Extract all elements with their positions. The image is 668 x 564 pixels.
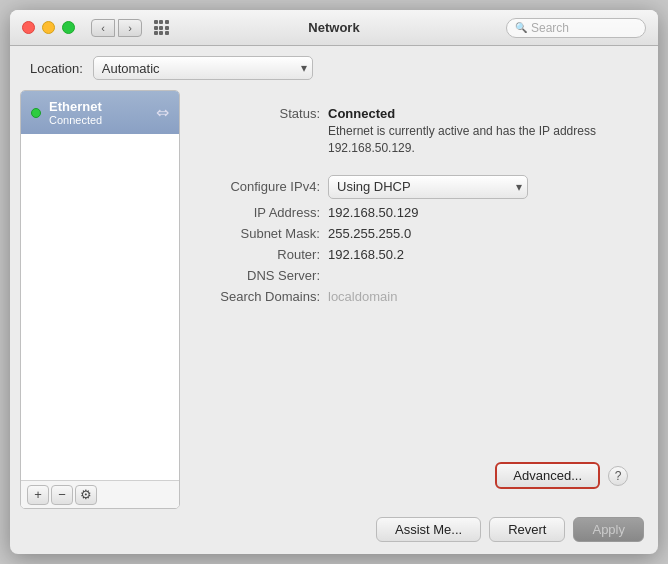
dns-label: DNS Server: [200, 268, 320, 283]
configure-select[interactable]: Using DHCP Manually Using BOOTP [328, 175, 528, 199]
sidebar-item-status: Connected [49, 114, 102, 126]
remove-network-button[interactable]: − [51, 485, 73, 505]
ip-address-row: IP Address: 192.168.50.129 [200, 205, 628, 220]
ip-label: IP Address: [200, 205, 320, 220]
arrows-icon: ⇔ [156, 103, 169, 122]
subnet-value: 255.255.255.0 [328, 226, 628, 241]
location-bar: Location: Automatic Edit Locations... ▾ [10, 46, 658, 90]
configure-ipv4-row: Configure IPv4: Using DHCP Manually Usin… [200, 175, 628, 199]
router-value: 192.168.50.2 [328, 247, 628, 262]
router-label: Router: [200, 247, 320, 262]
sidebar-item-name: Ethernet [49, 99, 102, 114]
dns-row: DNS Server: [200, 268, 628, 283]
configure-select-wrap: Using DHCP Manually Using BOOTP ▾ [328, 175, 528, 199]
add-network-button[interactable]: + [27, 485, 49, 505]
location-label: Location: [30, 61, 83, 76]
configure-label: Configure IPv4: [200, 179, 320, 194]
sidebar-item-ethernet[interactable]: Ethernet Connected ⇔ [21, 91, 179, 134]
nav-buttons: ‹ › [91, 19, 142, 37]
revert-button[interactable]: Revert [489, 517, 565, 542]
forward-button[interactable]: › [118, 19, 142, 37]
main-window: ‹ › Network 🔍 Search Location: Automatic… [10, 10, 658, 554]
ip-value: 192.168.50.129 [328, 205, 628, 220]
maximize-button[interactable] [62, 21, 75, 34]
grid-icon [154, 20, 169, 35]
titlebar: ‹ › Network 🔍 Search [10, 10, 658, 46]
subnet-label: Subnet Mask: [200, 226, 320, 241]
location-select[interactable]: Automatic Edit Locations... [93, 56, 313, 80]
close-button[interactable] [22, 21, 35, 34]
grid-button[interactable] [150, 19, 172, 37]
status-label: Status: [200, 106, 320, 157]
sidebar-item-info: Ethernet Connected [49, 99, 102, 126]
window-title: Network [308, 20, 359, 35]
back-button[interactable]: ‹ [91, 19, 115, 37]
location-select-wrap: Automatic Edit Locations... ▾ [93, 56, 313, 80]
detail-panel: Status: Connected Ethernet is currently … [180, 90, 648, 509]
sidebar: Ethernet Connected ⇔ + − ⚙ [20, 90, 180, 509]
apply-button[interactable]: Apply [573, 517, 644, 542]
advanced-button[interactable]: Advanced... [495, 462, 600, 489]
bottom-bar: Assist Me... Revert Apply [10, 509, 658, 554]
assist-me-button[interactable]: Assist Me... [376, 517, 481, 542]
advanced-row: Advanced... ? [200, 462, 628, 489]
status-row: Status: Connected Ethernet is currently … [200, 106, 628, 157]
search-icon: 🔍 [515, 22, 527, 33]
main-body: Ethernet Connected ⇔ + − ⚙ Status: [10, 90, 658, 509]
search-domains-row: Search Domains: localdomain [200, 289, 628, 304]
search-domains-value: localdomain [328, 289, 628, 304]
status-value: Connected [328, 106, 395, 121]
search-domains-label: Search Domains: [200, 289, 320, 304]
gear-button[interactable]: ⚙ [75, 485, 97, 505]
router-row: Router: 192.168.50.2 [200, 247, 628, 262]
search-box[interactable]: 🔍 Search [506, 18, 646, 38]
status-description: Ethernet is currently active and has the… [328, 123, 628, 157]
subnet-mask-row: Subnet Mask: 255.255.255.0 [200, 226, 628, 241]
search-placeholder: Search [531, 21, 569, 35]
status-value-block: Connected Ethernet is currently active a… [328, 106, 628, 157]
sidebar-bottom: + − ⚙ [21, 480, 179, 508]
sidebar-list: Ethernet Connected ⇔ [21, 91, 179, 480]
content-area: Location: Automatic Edit Locations... ▾ … [10, 46, 658, 554]
status-dot-green [31, 108, 41, 118]
minimize-button[interactable] [42, 21, 55, 34]
traffic-lights [22, 21, 75, 34]
help-button[interactable]: ? [608, 466, 628, 486]
